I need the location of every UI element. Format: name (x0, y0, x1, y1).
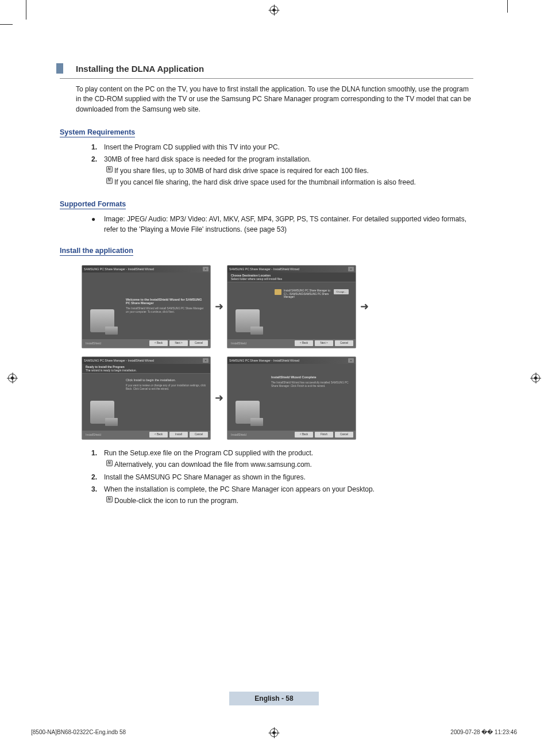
sysreq-list: 1. Insert the Program CD supplied with t… (91, 142, 473, 188)
close-icon[interactable]: × (203, 267, 209, 271)
subhead-system-requirements: System Requirements (60, 128, 135, 137)
note-icon (104, 496, 114, 506)
bullet-dot: ● (91, 214, 104, 235)
list-item: 1. Insert the Program CD supplied with t… (91, 142, 473, 153)
list-item: 3. When the installation is complete, th… (91, 484, 473, 507)
install-button[interactable]: Install (169, 432, 188, 438)
computer-icon (90, 401, 114, 424)
close-icon[interactable]: × (203, 358, 209, 363)
arrow-icon: ➜ (356, 300, 372, 313)
arrow-icon: ➜ (211, 392, 227, 404)
note-icon (104, 177, 114, 188)
back-button[interactable]: < Back (149, 432, 168, 438)
installer-step4: SAMSUNG PC Share Manager - InstallShield… (227, 356, 356, 440)
heading-rule (60, 78, 473, 79)
finish-button[interactable]: Finish (315, 432, 333, 438)
installer-step1: SAMSUNG PC Share Manager - InstallShield… (82, 265, 211, 348)
computer-icon (236, 309, 260, 332)
installer-step2: SAMSUNG PC Share Manager - InstallShield… (227, 265, 356, 348)
page-number: English - 58 (229, 692, 318, 705)
note-icon (104, 459, 114, 470)
list-item: ● Image: JPEG/ Audio: MP3/ Video: AVI, M… (91, 214, 473, 235)
change-button[interactable]: Change... (334, 289, 349, 294)
footer-right: 2009-07-28 �� 11:23:46 (450, 729, 517, 735)
list-item: 2. 30MB of free hard disk space is neede… (91, 154, 473, 189)
installer-step3: SAMSUNG PC Share Manager - InstallShield… (82, 356, 211, 440)
close-icon[interactable]: × (348, 358, 354, 363)
note-item: Double-click the icon to run the program… (104, 496, 473, 506)
cancel-button[interactable]: Cancel (335, 340, 353, 346)
subhead-supported-formats: Supported Formats (60, 200, 126, 209)
dialog-title: SAMSUNG PC Share Manager - InstallShield… (84, 359, 154, 362)
list-item: 1. Run the Setup.exe file on the Program… (91, 448, 473, 471)
note-item: Alternatively, you can download the file… (104, 459, 473, 470)
close-icon[interactable]: × (348, 267, 354, 271)
computer-icon (90, 309, 114, 332)
footer-row: [8500-NA]BN68-02322C-Eng.indb 58 2009-07… (31, 729, 517, 735)
note-icon (104, 166, 114, 176)
note-item: If you cancel file sharing, the hard dis… (104, 177, 473, 188)
arrow-icon: ➜ (211, 300, 227, 313)
intro-paragraph: To play content on the PC on the TV, you… (76, 85, 473, 114)
dialog-title: SAMSUNG PC Share Manager - InstallShield… (229, 267, 299, 271)
next-button[interactable]: Next > (169, 340, 188, 346)
back-button[interactable]: < Back (295, 432, 313, 438)
list-item: 2. Install the SAMSUNG PC Share Manager … (91, 472, 473, 483)
back-button[interactable]: < Back (149, 340, 168, 346)
heading-accent-bar (56, 63, 63, 74)
install-figures: SAMSUNG PC Share Manager - InstallShield… (82, 265, 473, 440)
cancel-button[interactable]: Cancel (190, 432, 208, 438)
footer-left: [8500-NA]BN68-02322C-Eng.indb 58 (31, 729, 126, 735)
cancel-button[interactable]: Cancel (190, 340, 208, 346)
install-steps-list: 1. Run the Setup.exe file on the Program… (91, 448, 473, 507)
cancel-button[interactable]: Cancel (335, 432, 353, 438)
section-heading: Installing the DLNA Application (60, 63, 473, 74)
note-item: If you share files, up to 30MB of hard d… (104, 166, 473, 176)
subhead-install-app: Install the application (60, 247, 133, 256)
dialog-title: SAMSUNG PC Share Manager - InstallShield… (84, 267, 154, 271)
folder-icon (275, 289, 281, 295)
next-button[interactable]: Next > (315, 340, 333, 346)
formats-list: ● Image: JPEG/ Audio: MP3/ Video: AVI, M… (91, 214, 473, 235)
computer-icon (236, 401, 260, 424)
dialog-title: SAMSUNG PC Share Manager - InstallShield… (229, 359, 299, 362)
back-button[interactable]: < Back (295, 340, 313, 346)
heading-text: Installing the DLNA Application (76, 64, 204, 74)
page-content: Installing the DLNA Application To play … (0, 0, 548, 756)
page-number-box: English - 58 (0, 692, 548, 705)
